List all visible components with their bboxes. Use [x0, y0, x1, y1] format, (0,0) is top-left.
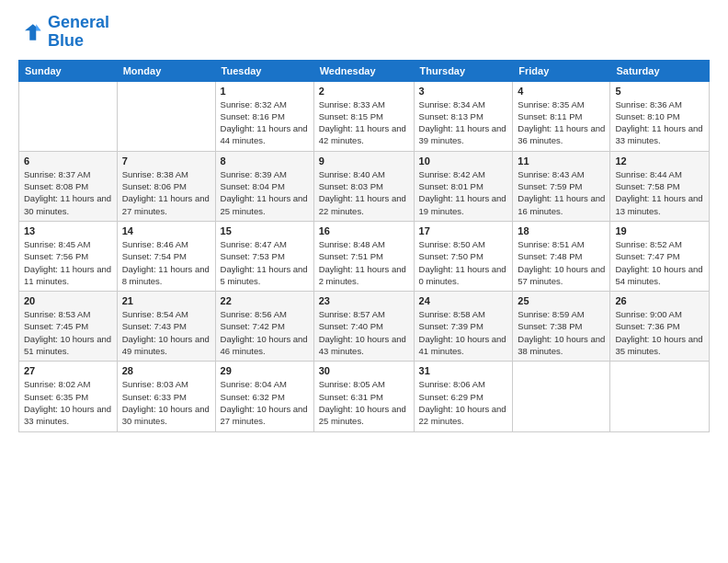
- sunrise-text: Sunrise: 8:36 AM: [615, 98, 704, 110]
- calendar-cell: 8Sunrise: 8:39 AMSunset: 8:04 PMDaylight…: [215, 151, 313, 221]
- sunset-text: Sunset: 8:11 PM: [518, 110, 605, 122]
- sunrise-text: Sunrise: 8:35 AM: [518, 98, 605, 110]
- day-info: Sunrise: 8:59 AMSunset: 7:38 PMDaylight:…: [518, 308, 605, 357]
- sunrise-text: Sunrise: 8:33 AM: [319, 98, 409, 110]
- weekday-monday: Monday: [117, 60, 215, 81]
- day-number: 28: [122, 365, 210, 376]
- calendar-cell: 2Sunrise: 8:33 AMSunset: 8:15 PMDaylight…: [313, 81, 414, 151]
- day-info: Sunrise: 8:48 AMSunset: 7:51 PMDaylight:…: [319, 238, 409, 287]
- day-number: 3: [419, 86, 508, 97]
- sunset-text: Sunset: 6:31 PM: [319, 391, 409, 403]
- sunset-text: Sunset: 7:43 PM: [122, 320, 210, 332]
- day-info: Sunrise: 8:06 AMSunset: 6:29 PMDaylight:…: [419, 378, 508, 427]
- calendar-cell: [19, 81, 118, 151]
- day-info: Sunrise: 8:40 AMSunset: 8:03 PMDaylight:…: [319, 168, 409, 217]
- sunset-text: Sunset: 7:47 PM: [615, 250, 704, 262]
- daylight-text: Daylight: 11 hours and 44 minutes.: [221, 122, 309, 147]
- daylight-text: Daylight: 11 hours and 30 minutes.: [24, 192, 112, 217]
- sunrise-text: Sunrise: 8:46 AM: [122, 238, 210, 250]
- sunset-text: Sunset: 7:54 PM: [122, 250, 210, 262]
- sunset-text: Sunset: 7:36 PM: [615, 320, 704, 332]
- daylight-text: Daylight: 11 hours and 25 minutes.: [221, 192, 309, 217]
- daylight-text: Daylight: 11 hours and 33 minutes.: [615, 122, 704, 147]
- daylight-text: Daylight: 11 hours and 22 minutes.: [319, 192, 409, 217]
- sunset-text: Sunset: 7:56 PM: [24, 250, 112, 262]
- day-info: Sunrise: 8:56 AMSunset: 7:42 PMDaylight:…: [221, 308, 309, 357]
- day-number: 29: [221, 365, 309, 376]
- sunrise-text: Sunrise: 8:43 AM: [518, 168, 605, 180]
- sunset-text: Sunset: 8:03 PM: [319, 180, 409, 192]
- sunset-text: Sunset: 7:48 PM: [518, 250, 605, 262]
- day-number: 19: [615, 225, 704, 236]
- calendar-cell: 25Sunrise: 8:59 AMSunset: 7:38 PMDayligh…: [513, 292, 610, 362]
- sunset-text: Sunset: 7:42 PM: [221, 320, 309, 332]
- calendar-cell: 6Sunrise: 8:37 AMSunset: 8:08 PMDaylight…: [19, 151, 118, 221]
- sunrise-text: Sunrise: 8:32 AM: [221, 98, 309, 110]
- day-number: 13: [24, 225, 112, 236]
- daylight-text: Daylight: 10 hours and 25 minutes.: [319, 403, 409, 428]
- sunset-text: Sunset: 6:29 PM: [419, 391, 508, 403]
- day-info: Sunrise: 8:38 AMSunset: 8:06 PMDaylight:…: [122, 168, 210, 217]
- weekday-wednesday: Wednesday: [313, 60, 414, 81]
- day-number: 21: [122, 295, 210, 306]
- calendar-cell: [117, 81, 215, 151]
- sunrise-text: Sunrise: 8:54 AM: [122, 308, 210, 320]
- day-info: Sunrise: 8:04 AMSunset: 6:32 PMDaylight:…: [221, 378, 309, 427]
- day-number: 25: [518, 295, 605, 306]
- day-number: 8: [221, 155, 309, 167]
- calendar-cell: [513, 362, 610, 431]
- calendar-cell: 4Sunrise: 8:35 AMSunset: 8:11 PMDaylight…: [513, 81, 610, 151]
- day-info: Sunrise: 8:57 AMSunset: 7:40 PMDaylight:…: [319, 308, 409, 357]
- sunrise-text: Sunrise: 8:06 AM: [419, 378, 508, 390]
- sunset-text: Sunset: 8:15 PM: [319, 110, 409, 122]
- day-info: Sunrise: 8:34 AMSunset: 8:13 PMDaylight:…: [419, 98, 508, 147]
- daylight-text: Daylight: 10 hours and 54 minutes.: [615, 263, 704, 288]
- sunset-text: Sunset: 7:45 PM: [24, 320, 112, 332]
- sunrise-text: Sunrise: 8:58 AM: [419, 308, 508, 320]
- day-number: 14: [122, 225, 210, 236]
- day-number: 12: [615, 155, 704, 167]
- daylight-text: Daylight: 11 hours and 11 minutes.: [24, 263, 112, 288]
- daylight-text: Daylight: 11 hours and 39 minutes.: [419, 122, 508, 147]
- sunrise-text: Sunrise: 8:34 AM: [419, 98, 508, 110]
- day-number: 26: [615, 295, 704, 306]
- daylight-text: Daylight: 10 hours and 27 minutes.: [221, 403, 309, 428]
- day-info: Sunrise: 8:02 AMSunset: 6:35 PMDaylight:…: [24, 378, 112, 427]
- day-info: Sunrise: 8:47 AMSunset: 7:53 PMDaylight:…: [221, 238, 309, 287]
- daylight-text: Daylight: 10 hours and 38 minutes.: [518, 333, 605, 358]
- day-number: 30: [319, 365, 409, 376]
- daylight-text: Daylight: 10 hours and 46 minutes.: [221, 333, 309, 358]
- daylight-text: Daylight: 11 hours and 42 minutes.: [319, 122, 409, 147]
- daylight-text: Daylight: 10 hours and 57 minutes.: [518, 263, 605, 288]
- daylight-text: Daylight: 11 hours and 16 minutes.: [518, 192, 605, 217]
- calendar-cell: 11Sunrise: 8:43 AMSunset: 7:59 PMDayligh…: [513, 151, 610, 221]
- weekday-friday: Friday: [513, 60, 610, 81]
- weekday-sunday: Sunday: [19, 60, 118, 81]
- day-info: Sunrise: 8:44 AMSunset: 7:58 PMDaylight:…: [615, 168, 704, 217]
- calendar-cell: 27Sunrise: 8:02 AMSunset: 6:35 PMDayligh…: [19, 362, 118, 431]
- daylight-text: Daylight: 10 hours and 49 minutes.: [122, 333, 210, 358]
- calendar-cell: [610, 362, 710, 431]
- calendar-cell: 21Sunrise: 8:54 AMSunset: 7:43 PMDayligh…: [117, 292, 215, 362]
- sunrise-text: Sunrise: 8:40 AM: [319, 168, 409, 180]
- calendar-cell: 12Sunrise: 8:44 AMSunset: 7:58 PMDayligh…: [610, 151, 710, 221]
- sunrise-text: Sunrise: 8:03 AM: [122, 378, 210, 390]
- day-info: Sunrise: 8:51 AMSunset: 7:48 PMDaylight:…: [518, 238, 605, 287]
- sunrise-text: Sunrise: 9:00 AM: [615, 308, 704, 320]
- day-info: Sunrise: 8:46 AMSunset: 7:54 PMDaylight:…: [122, 238, 210, 287]
- daylight-text: Daylight: 11 hours and 36 minutes.: [518, 122, 605, 147]
- sunrise-text: Sunrise: 8:04 AM: [221, 378, 309, 390]
- day-info: Sunrise: 8:52 AMSunset: 7:47 PMDaylight:…: [615, 238, 704, 287]
- daylight-text: Daylight: 11 hours and 27 minutes.: [122, 192, 210, 217]
- day-number: 23: [319, 295, 409, 306]
- sunset-text: Sunset: 6:33 PM: [122, 391, 210, 403]
- week-row-1: 1Sunrise: 8:32 AMSunset: 8:16 PMDaylight…: [19, 81, 710, 151]
- sunrise-text: Sunrise: 8:51 AM: [518, 238, 605, 250]
- day-number: 17: [419, 225, 508, 236]
- daylight-text: Daylight: 11 hours and 19 minutes.: [419, 192, 508, 217]
- day-info: Sunrise: 8:35 AMSunset: 8:11 PMDaylight:…: [518, 98, 605, 147]
- calendar-cell: 26Sunrise: 9:00 AMSunset: 7:36 PMDayligh…: [610, 292, 710, 362]
- day-info: Sunrise: 8:05 AMSunset: 6:31 PMDaylight:…: [319, 378, 409, 427]
- daylight-text: Daylight: 11 hours and 8 minutes.: [122, 263, 210, 288]
- week-row-5: 27Sunrise: 8:02 AMSunset: 6:35 PMDayligh…: [19, 362, 710, 431]
